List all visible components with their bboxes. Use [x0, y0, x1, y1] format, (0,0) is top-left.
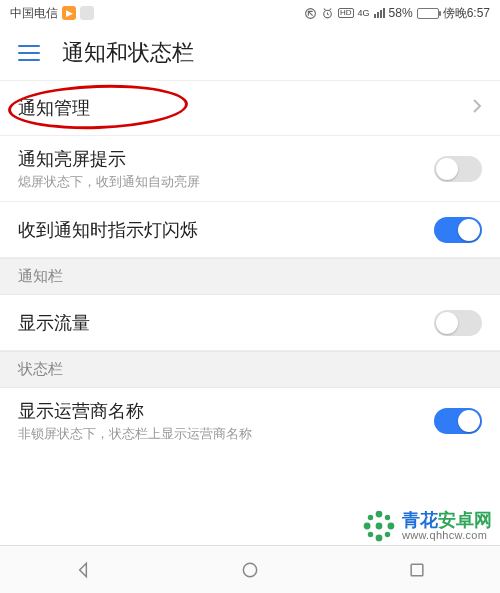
- row-led-blink[interactable]: 收到通知时指示灯闪烁: [0, 202, 500, 258]
- toggle-show-carrier-name[interactable]: [434, 408, 482, 434]
- system-status-bar: 中国电信 ▶ HD 4G 58% 傍晚6:57: [0, 0, 500, 26]
- alarm-icon: [321, 7, 334, 20]
- network-type-label: 4G: [358, 8, 370, 18]
- svg-point-7: [368, 515, 373, 520]
- svg-point-3: [376, 511, 383, 518]
- svg-point-6: [388, 523, 395, 530]
- section-status-bar: 状态栏: [0, 351, 500, 388]
- system-nav-bar: [0, 545, 500, 593]
- row-title: 通知亮屏提示: [18, 147, 200, 171]
- row-subtitle: 非锁屏状态下，状态栏上显示运营商名称: [18, 425, 252, 443]
- svg-rect-12: [411, 564, 423, 576]
- row-title: 显示运营商名称: [18, 399, 252, 423]
- nav-back-button[interactable]: [53, 552, 113, 588]
- watermark-url: www.qhhcw.com: [402, 530, 487, 542]
- svg-point-9: [368, 532, 373, 537]
- chevron-right-icon: [472, 98, 482, 119]
- row-notification-management[interactable]: 通知管理: [0, 80, 500, 136]
- svg-point-5: [364, 523, 371, 530]
- nav-home-button[interactable]: [220, 552, 280, 588]
- svg-point-8: [385, 515, 390, 520]
- notification-badge-icon: [80, 6, 94, 20]
- row-subtitle: 熄屏状态下，收到通知自动亮屏: [18, 173, 200, 191]
- row-title: 显示流量: [18, 311, 90, 335]
- row-title: 通知管理: [18, 96, 90, 120]
- nav-recent-button[interactable]: [387, 552, 447, 588]
- svg-point-10: [385, 532, 390, 537]
- menu-button[interactable]: [18, 45, 40, 61]
- nfc-icon: [304, 7, 317, 20]
- section-notification-bar: 通知栏: [0, 258, 500, 295]
- toggle-led-blink[interactable]: [434, 217, 482, 243]
- svg-point-11: [243, 563, 256, 576]
- carrier-label: 中国电信: [10, 5, 58, 22]
- row-title: 收到通知时指示灯闪烁: [18, 218, 198, 242]
- watermark: 青花安卓网 www.qhhcw.com: [362, 509, 492, 543]
- app-badge-icon: ▶: [62, 6, 76, 20]
- page-header: 通知和状态栏: [0, 26, 500, 80]
- signal-icon: [374, 8, 385, 18]
- settings-list: 通知管理 通知亮屏提示 熄屏状态下，收到通知自动亮屏 收到通知时指示灯闪烁 通知…: [0, 80, 500, 454]
- battery-pct-label: 58%: [389, 6, 413, 20]
- row-show-carrier-name[interactable]: 显示运营商名称 非锁屏状态下，状态栏上显示运营商名称: [0, 388, 500, 454]
- battery-icon: [417, 8, 439, 19]
- watermark-logo-icon: [362, 509, 396, 543]
- page-title: 通知和状态栏: [62, 38, 194, 68]
- toggle-show-traffic[interactable]: [434, 310, 482, 336]
- toggle-brighten-on-notification[interactable]: [434, 156, 482, 182]
- row-show-traffic[interactable]: 显示流量: [0, 295, 500, 351]
- clock-label: 傍晚6:57: [443, 5, 490, 22]
- row-brighten-on-notification[interactable]: 通知亮屏提示 熄屏状态下，收到通知自动亮屏: [0, 136, 500, 202]
- volte-icon: HD: [338, 8, 354, 18]
- svg-point-4: [376, 535, 383, 542]
- svg-point-2: [376, 523, 383, 530]
- watermark-brand: 青花安卓网: [402, 511, 492, 530]
